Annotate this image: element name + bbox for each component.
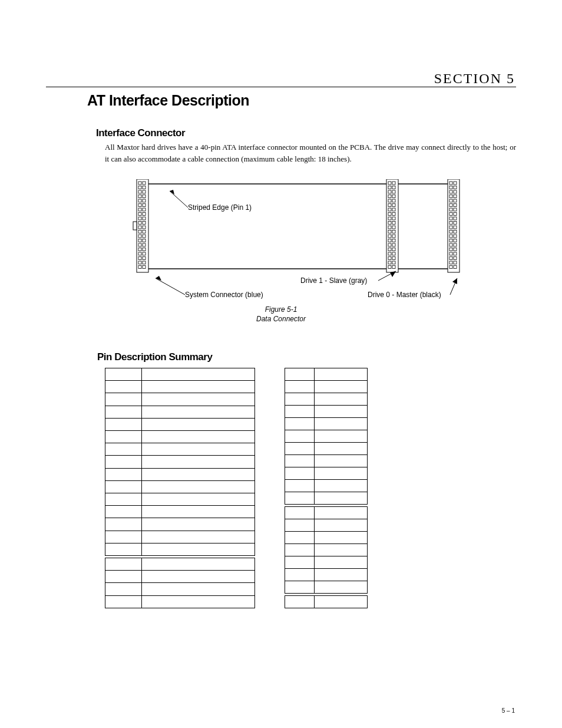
svg-rect-38 — [143, 261, 146, 264]
table-row — [285, 596, 368, 608]
svg-rect-52 — [392, 199, 395, 202]
table-row — [285, 532, 368, 544]
svg-rect-43 — [388, 182, 391, 185]
svg-rect-22 — [143, 226, 146, 229]
pin-table-left — [105, 368, 255, 608]
svg-rect-35 — [138, 257, 141, 260]
svg-rect-33 — [138, 252, 141, 255]
svg-rect-37 — [138, 261, 141, 264]
svg-rect-31 — [138, 248, 141, 251]
svg-rect-27 — [138, 239, 141, 242]
master-label: Drive 0 - Master (black) — [368, 278, 457, 299]
table-row — [285, 430, 368, 443]
page-title: AT Interface Description — [87, 92, 249, 109]
connector-paragraph: All Maxtor hard drives have a 40-pin ATA… — [105, 141, 516, 165]
svg-rect-36 — [143, 257, 146, 260]
table-row — [285, 455, 368, 467]
svg-text:Drive 0 - Master (black): Drive 0 - Master (black) — [368, 291, 441, 299]
svg-rect-110 — [449, 239, 452, 242]
svg-rect-79 — [388, 261, 391, 264]
svg-rect-99 — [454, 213, 457, 216]
svg-rect-57 — [388, 213, 391, 216]
svg-rect-1 — [138, 182, 141, 185]
table-row — [285, 418, 368, 430]
page-footer: 5 – 1 — [502, 707, 515, 714]
svg-rect-9 — [138, 199, 141, 202]
svg-rect-28 — [143, 239, 146, 242]
svg-rect-7 — [138, 195, 141, 198]
system-connector-label: System Connector (blue) — [156, 276, 263, 299]
svg-rect-48 — [392, 190, 395, 193]
table-row — [105, 468, 255, 480]
svg-rect-90 — [449, 195, 452, 198]
svg-rect-113 — [454, 243, 457, 246]
svg-rect-58 — [392, 213, 395, 216]
svg-rect-114 — [449, 248, 452, 251]
svg-rect-44 — [392, 182, 395, 185]
svg-rect-107 — [454, 230, 457, 233]
svg-rect-29 — [138, 243, 141, 246]
svg-rect-65 — [388, 230, 391, 233]
table-row — [285, 406, 368, 418]
table-row — [105, 506, 255, 518]
table-row — [105, 443, 255, 456]
figure-caption-line2: Data Connector — [256, 315, 306, 323]
svg-rect-62 — [392, 222, 395, 225]
pin-tables — [105, 368, 368, 608]
svg-rect-74 — [392, 248, 395, 251]
svg-rect-12 — [143, 204, 146, 207]
table-row — [105, 595, 255, 608]
svg-rect-78 — [392, 257, 395, 260]
svg-rect-103 — [454, 222, 457, 225]
rule-top — [46, 87, 516, 87]
svg-text:Striped Edge (Pin 1): Striped Edge (Pin 1) — [188, 203, 252, 212]
svg-rect-53 — [388, 204, 391, 207]
svg-rect-80 — [392, 261, 395, 264]
svg-rect-81 — [388, 266, 391, 269]
svg-rect-98 — [449, 213, 452, 216]
svg-rect-39 — [138, 266, 141, 269]
heading-interface-connector: Interface Connector — [96, 127, 185, 139]
svg-rect-63 — [388, 226, 391, 229]
system-connector-icon — [133, 179, 148, 272]
svg-rect-54 — [392, 204, 395, 207]
svg-rect-93 — [454, 199, 457, 202]
table-row — [285, 381, 368, 393]
table-row — [105, 406, 255, 418]
svg-rect-20 — [143, 222, 146, 225]
table-row — [105, 368, 255, 381]
table-row — [105, 480, 255, 493]
svg-rect-73 — [388, 248, 391, 251]
slave-connector-icon — [386, 179, 398, 272]
svg-rect-75 — [388, 252, 391, 255]
svg-rect-10 — [143, 199, 146, 202]
table-row — [105, 456, 255, 468]
svg-rect-34 — [143, 252, 146, 255]
svg-rect-106 — [449, 230, 452, 233]
svg-rect-24 — [143, 230, 146, 233]
svg-rect-71 — [388, 243, 391, 246]
svg-rect-96 — [449, 208, 452, 211]
svg-rect-13 — [138, 208, 141, 211]
svg-rect-69 — [388, 239, 391, 242]
svg-rect-100 — [449, 217, 452, 220]
table-row — [285, 368, 368, 381]
table-row — [105, 571, 255, 583]
table-row — [105, 583, 255, 595]
svg-rect-14 — [143, 208, 146, 211]
table-row — [105, 558, 255, 571]
svg-rect-50 — [392, 195, 395, 198]
svg-rect-72 — [392, 243, 395, 246]
svg-rect-101 — [454, 217, 457, 220]
table-row — [105, 418, 255, 430]
svg-rect-6 — [143, 190, 146, 193]
svg-rect-82 — [392, 266, 395, 269]
svg-rect-5 — [138, 190, 141, 193]
svg-rect-121 — [454, 261, 457, 264]
svg-rect-4 — [143, 186, 146, 189]
svg-rect-122 — [449, 266, 452, 269]
table-row — [285, 467, 368, 480]
table-row — [105, 543, 255, 555]
svg-rect-17 — [138, 217, 141, 220]
table-row — [105, 493, 255, 506]
